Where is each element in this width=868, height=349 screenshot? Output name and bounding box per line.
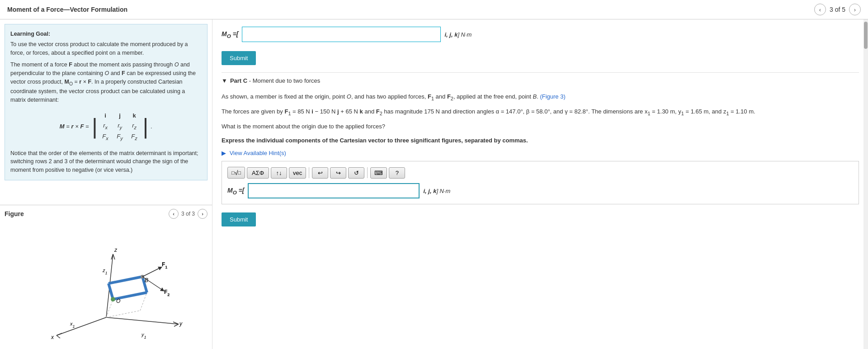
svg-point-22 <box>111 297 115 302</box>
figure-next-button[interactable]: › <box>198 209 208 219</box>
figure-svg: z y x x1 <box>29 227 183 344</box>
toolbar-keyboard-btn[interactable]: ⌨ <box>370 167 387 179</box>
top-submit-button[interactable]: Submit <box>222 51 256 65</box>
svg-line-15 <box>106 311 140 317</box>
part-c-section: ▼ Part C - Moment due to two forces As s… <box>222 72 859 234</box>
toolbar-help-btn[interactable]: ? <box>389 167 405 179</box>
part-c-answer-input[interactable] <box>248 183 420 198</box>
figure-nav: ‹ 3 of 3 › <box>169 209 208 219</box>
svg-line-26 <box>142 268 160 277</box>
svg-line-7 <box>174 324 179 326</box>
svg-text:y1: y1 <box>141 332 146 340</box>
problem-text-1: As shown, a member is fixed at the origi… <box>222 92 859 103</box>
svg-text:y: y <box>179 321 183 327</box>
nav-controls: ‹ 3 of 5 › <box>814 4 861 15</box>
nav-count: 3 of 5 <box>830 6 845 13</box>
figure-prev-button[interactable]: ‹ <box>169 209 179 219</box>
learning-goal-title: Learning Goal: <box>10 30 202 38</box>
next-button[interactable]: › <box>849 4 861 15</box>
svg-line-16 <box>140 292 147 311</box>
svg-text:x: x <box>51 334 54 340</box>
part-c-submit-button[interactable]: Submit <box>222 212 256 226</box>
svg-line-8 <box>57 317 106 335</box>
page-title: Moment of a Force—Vector Formulation <box>7 6 127 13</box>
part-c-arrow[interactable]: ▼ <box>222 77 227 84</box>
toolbar-separator-2 <box>367 167 368 178</box>
toolbar-undo-btn[interactable]: ↩ <box>312 167 328 179</box>
svg-text:x1: x1 <box>70 321 75 329</box>
toolbar-separator <box>309 167 309 178</box>
learning-box: Learning Goal: To use the vector cross p… <box>5 24 208 180</box>
body-text: The moment of a force F about the moment… <box>10 61 202 104</box>
svg-text:F1: F1 <box>162 261 167 269</box>
svg-line-11 <box>57 335 60 338</box>
top-answer-input[interactable] <box>242 27 441 42</box>
right-scrollbar[interactable] <box>863 19 868 349</box>
problem-text-2: The forces are given by F1 = 85 N i − 15… <box>222 107 859 118</box>
svg-text:F2: F2 <box>164 289 170 297</box>
toolbar-arrows-btn[interactable]: ↑↓ <box>271 167 287 179</box>
figure-3-link[interactable]: (Figure 3) <box>540 93 565 100</box>
figure-section: Figure ‹ 3 of 3 › z <box>0 205 212 349</box>
figure-canvas: z y x x1 <box>0 222 212 349</box>
mo-label-c: MO =[ <box>227 187 244 195</box>
svg-line-10 <box>57 333 62 335</box>
learning-goal-text: To use the vector cross product to calcu… <box>10 40 202 57</box>
matrix-formula: M = r × F = | i j k rx ry rz Fx Fy <box>10 108 202 145</box>
ijk-label-top: i, j, k] N·m <box>444 31 472 38</box>
hint-arrow: ▶ <box>222 150 226 156</box>
svg-text:z: z <box>114 247 118 253</box>
top-answer-section: MO =[ i, j, k] N·m Submit <box>222 27 859 72</box>
part-c-label: Part C - Moment due to two forces <box>230 77 320 84</box>
hint-text: View Available Hint(s) <box>230 150 286 156</box>
editor-toolbar: □√□ AΣΦ ↑↓ vec ↩ ↪ ↺ ⌨ ? <box>227 167 853 179</box>
problem-instruction: Express the individual components of the… <box>222 136 859 146</box>
svg-text:z1: z1 <box>102 268 108 275</box>
svg-text:O: O <box>116 298 120 304</box>
toolbar-reset-btn[interactable]: ↺ <box>348 167 364 179</box>
svg-line-3 <box>113 254 115 259</box>
figure-count: 3 of 3 <box>181 211 195 217</box>
prev-button[interactable]: ‹ <box>814 4 826 15</box>
toolbar-symbol-btn[interactable]: □√□ <box>227 167 245 179</box>
svg-line-20 <box>108 277 142 283</box>
mo-label-top: MO =[ <box>222 30 238 39</box>
toolbar-redo-btn[interactable]: ↪ <box>330 167 346 179</box>
notice-text: Notice that the order of the elements of… <box>10 149 202 174</box>
problem-question: What is the moment about the origin due … <box>222 122 859 132</box>
right-scrollbar-thumb <box>864 22 868 49</box>
figure-title: Figure <box>5 210 24 217</box>
math-editor-box: □√□ AΣΦ ↑↓ vec ↩ ↪ ↺ ⌨ ? <box>222 161 859 204</box>
toolbar-vec-btn[interactable]: vec <box>289 167 306 179</box>
toolbar-greek-btn[interactable]: AΣΦ <box>247 167 269 179</box>
hint-link[interactable]: ▶ View Available Hint(s) <box>222 150 286 156</box>
ijk-label-c: i, j, k] N·m <box>423 188 450 194</box>
svg-line-4 <box>106 317 179 324</box>
